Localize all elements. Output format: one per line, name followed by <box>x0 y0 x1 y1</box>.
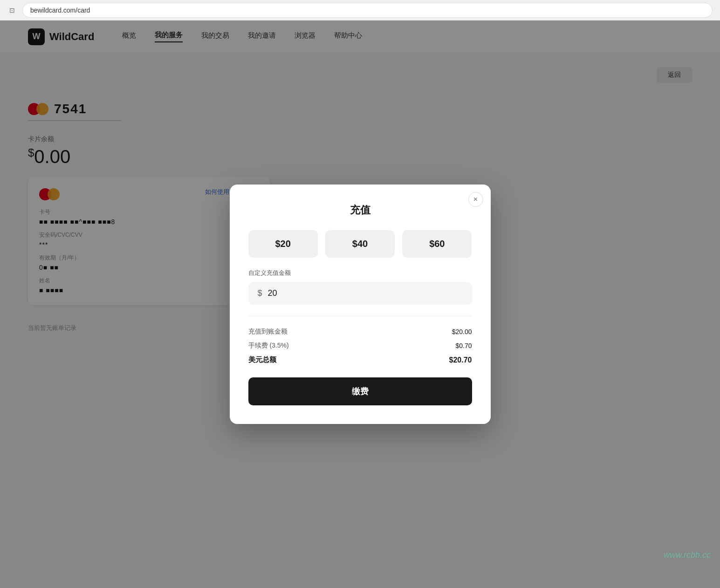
fee-row-amount: 充值到账金额 $20.00 <box>248 328 472 336</box>
amount-button-20[interactable]: $20 <box>248 230 318 258</box>
service-fee-label: 手续费 (3.5%) <box>248 342 289 350</box>
browser-bar: ⊡ <box>0 0 720 21</box>
modal: × 充值 $20 $40 $60 自定义充值金额 $ 充值到账金额 $20.00… <box>230 185 491 424</box>
custom-amount-label: 自定义充值金额 <box>248 269 472 277</box>
amount-buttons-group: $20 $40 $60 <box>248 230 472 258</box>
custom-amount-input-wrapper: $ <box>248 282 472 305</box>
pay-button[interactable]: 缴费 <box>248 377 472 405</box>
modal-title: 充值 <box>248 203 472 217</box>
charge-amount-value: $20.00 <box>452 328 472 335</box>
custom-amount-input[interactable] <box>268 288 463 298</box>
custom-dollar-sign: $ <box>258 288 262 298</box>
amount-button-60[interactable]: $60 <box>402 230 472 258</box>
modal-overlay: × 充值 $20 $40 $60 自定义充值金额 $ 充值到账金额 $20.00… <box>0 21 720 588</box>
page-background: W WildCard 概览 我的服务 我的交易 我的邀请 浏览器 帮助中心 返回… <box>0 21 720 588</box>
address-bar[interactable] <box>22 3 713 18</box>
charge-amount-label: 充值到账金额 <box>248 328 288 336</box>
modal-close-button[interactable]: × <box>468 192 483 207</box>
fee-row-fee: 手续费 (3.5%) $0.70 <box>248 342 472 350</box>
service-fee-value: $0.70 <box>455 342 472 349</box>
amount-button-40[interactable]: $40 <box>325 230 395 258</box>
total-row: 美元总额 $20.70 <box>248 356 472 364</box>
browser-icon: ⊡ <box>7 6 17 15</box>
total-label: 美元总额 <box>248 356 276 364</box>
total-value: $20.70 <box>449 356 472 364</box>
fee-divider <box>248 316 472 316</box>
